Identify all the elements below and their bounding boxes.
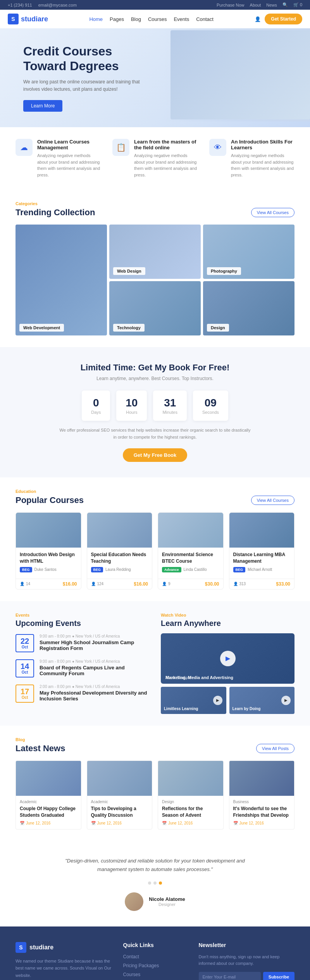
countdown-days-value: 0 — [91, 397, 101, 409]
news-card-3[interactable]: Business It's Wonderful to see the Frien… — [229, 760, 295, 830]
trending-title: Trending Collection — [16, 207, 95, 218]
news-date-2: 📅 June 12, 2016 — [162, 821, 219, 825]
dot-2[interactable] — [153, 881, 157, 885]
trending-item-3[interactable]: Technology — [109, 281, 201, 335]
nav-blog[interactable]: Blog — [131, 16, 141, 22]
news-img-1 — [87, 761, 152, 796]
news-body-2: Design Reflections for the Season of Adv… — [158, 796, 223, 829]
footer-link-contact-a[interactable]: Contact — [123, 954, 139, 959]
nav-right: 👤 Get Started — [255, 14, 302, 24]
news-img-3 — [229, 761, 294, 796]
learn-label: Watch Video — [161, 613, 294, 617]
brand-logo[interactable]: S studiare — [8, 14, 48, 24]
trending-item-4[interactable]: Design — [203, 281, 294, 335]
course-card-1[interactable]: Special Education Needs Teaching BEG Lau… — [87, 512, 153, 589]
event-item-0: 22 Oct 9:00 am - 8:00 pm ● New York / US… — [16, 634, 149, 652]
user-icon[interactable]: 👤 — [255, 16, 261, 22]
trending-item-2[interactable]: Photography — [203, 225, 294, 279]
testimonial-author-info: Nicole Alatome Designer — [149, 896, 185, 907]
course-footer-0: 👤 14 $16.00 — [16, 579, 81, 589]
courses-section: Education Popular Courses View All Cours… — [0, 477, 310, 601]
trending-item-0[interactable]: Web Development — [16, 225, 107, 335]
small-play-1[interactable]: ▶ — [281, 696, 291, 705]
dot-1[interactable] — [148, 881, 151, 885]
main-video-subtitle: About Studiare — [165, 676, 191, 680]
get-started-button[interactable]: Get Started — [265, 14, 302, 24]
trending-item-label-3: Technology — [113, 324, 145, 332]
course-footer-1: 👤 124 $16.00 — [87, 579, 152, 589]
footer-logo-icon: S — [16, 942, 26, 953]
news-view-all[interactable]: View All Posts — [256, 744, 294, 753]
trending-grid: Web Development Web Design Photography T… — [16, 225, 294, 335]
event-info-1: 9:00 am - 8:00 pm ● New York / US of Ame… — [40, 659, 149, 678]
event-name-2[interactable]: May Professional Development Diversity a… — [40, 690, 149, 702]
nav-courses[interactable]: Courses — [148, 16, 167, 22]
news-card-1[interactable]: Academic Tips to Developing a Quality Di… — [87, 760, 153, 830]
trending-item-label-2: Photography — [207, 267, 241, 275]
learn-small-1[interactable]: Learn by Doing ▶ — [229, 687, 295, 714]
footer-link-courses-a[interactable]: Courses — [123, 972, 141, 977]
countdown-title: Limited Time: Get My Book For Free! — [8, 363, 302, 373]
course-badge-1: BEG — [91, 567, 103, 572]
course-students-1: 👤 124 — [91, 582, 104, 586]
footer-link-contact[interactable]: Contact — [123, 954, 187, 959]
course-img-2 — [158, 513, 223, 548]
event-info-2: 2:00 am - 8:00 pm ● New York / US of Ame… — [40, 684, 149, 703]
main-play-button[interactable]: ▶ — [220, 651, 236, 666]
hero-section: Credit Courses Toward Degrees We are lon… — [0, 28, 310, 127]
logo-icon: S — [8, 14, 19, 24]
small-play-0[interactable]: ▶ — [213, 696, 222, 705]
courses-view-all[interactable]: View All Courses — [251, 496, 294, 505]
search-icon[interactable]: 🔍 — [282, 2, 288, 7]
subscribe-button[interactable]: Subscribe — [263, 972, 294, 980]
dot-3-active[interactable] — [159, 881, 162, 885]
news-date-1: 📅 June 12, 2016 — [91, 821, 148, 825]
about-link[interactable]: About — [250, 3, 261, 7]
course-card-2[interactable]: Environmental Science BTEC Course Advanc… — [158, 512, 224, 589]
feature-2: 📋 Learn from the masters of the field on… — [112, 139, 198, 178]
news-card-0[interactable]: Academic Couple Of Happy College Student… — [16, 760, 81, 830]
countdown-hours-unit: Hours — [126, 410, 138, 415]
newsletter-email-input[interactable] — [199, 972, 261, 980]
trending-header: Trending Collection View All Courses — [16, 207, 294, 218]
news-link[interactable]: News — [266, 3, 277, 7]
event-name-0[interactable]: Summer High School Journalism Camp Regis… — [40, 640, 149, 651]
countdown-minutes: 31 Minutes — [153, 391, 187, 421]
trending-item-label-0: Web Development — [19, 324, 64, 332]
event-day-1: 14 — [18, 662, 32, 670]
learn-small-0[interactable]: Limitless Learning ▶ — [161, 687, 226, 714]
purchase-link[interactable]: Purchase Now — [217, 3, 245, 7]
top-bar-left: +1 (234) 911 email@mycase.com — [8, 3, 77, 7]
course-card-0[interactable]: Introduction Web Design with HTML BEG Du… — [16, 512, 81, 589]
course-price-3: $33.00 — [276, 581, 290, 587]
nav-pages[interactable]: Pages — [110, 16, 124, 22]
learn-main-video[interactable]: ▶ Marketing, Media and Advertising About… — [161, 633, 294, 684]
course-card-3[interactable]: Distance Learning MBA Management BEG Mic… — [229, 512, 295, 589]
free-book-button[interactable]: Get My Free Book — [123, 448, 188, 462]
event-date-2: 17 Oct — [16, 684, 34, 703]
footer-logo: S studiare — [16, 942, 112, 953]
footer-link-courses[interactable]: Courses — [123, 971, 187, 977]
news-category-0: Academic — [20, 800, 77, 804]
trending-item-1[interactable]: Web Design — [109, 225, 201, 279]
nav-events[interactable]: Events — [174, 16, 189, 22]
footer-link-pricing[interactable]: Pricing Packages — [123, 963, 187, 968]
footer-grid: S studiare We named our theme Studiare b… — [16, 942, 294, 980]
nav-contact[interactable]: Contact — [196, 16, 214, 22]
news-img-2 — [158, 761, 223, 796]
event-name-1[interactable]: Board of Regents Campus Live and Communi… — [40, 665, 149, 676]
course-footer-2: 👤 9 $30.00 — [158, 579, 223, 589]
footer-link-pricing-a[interactable]: Pricing Packages — [123, 963, 159, 968]
nav-home[interactable]: Home — [89, 16, 103, 22]
course-price-0: $16.00 — [63, 581, 77, 587]
learn-small-label-0: Limitless Learning — [164, 707, 198, 711]
event-date-0: 22 Oct — [16, 634, 34, 652]
news-card-2[interactable]: Design Reflections for the Season of Adv… — [158, 760, 224, 830]
course-meta-0: BEG Duke Santos — [20, 567, 77, 572]
news-section: Blog Latest News View All Posts Academic… — [0, 726, 310, 841]
learn-more-button[interactable]: Learn More — [23, 100, 62, 112]
course-badge-3: BEG — [233, 567, 246, 572]
cart-icon[interactable]: 🛒 0 — [293, 2, 302, 7]
trending-view-all[interactable]: View All Courses — [251, 208, 294, 217]
news-title: Latest News — [16, 743, 65, 754]
